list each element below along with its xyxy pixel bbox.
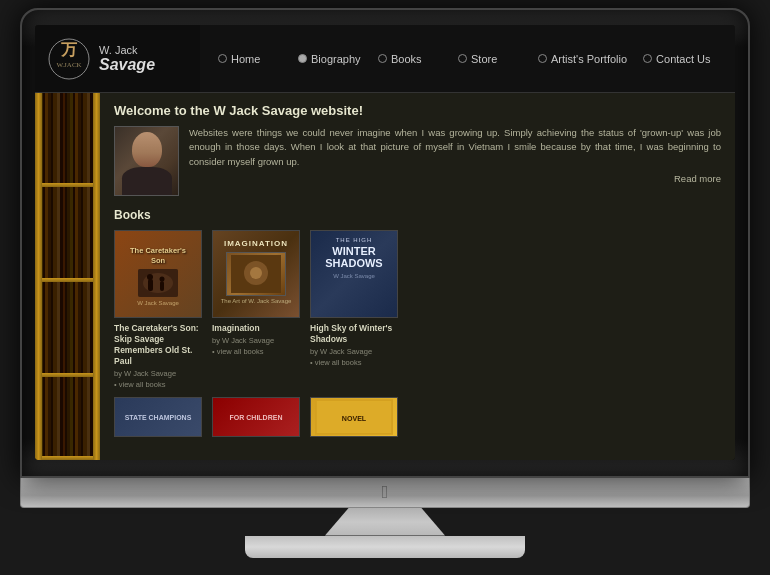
imac-chin:  <box>20 478 750 508</box>
welcome-title: Welcome to the W Jack Savage website! <box>114 103 721 118</box>
site-nav: Home Biography Books Store <box>200 25 735 92</box>
author-body <box>122 167 172 195</box>
shelf-board-1 <box>35 183 100 187</box>
site-content: Welcome to the W Jack Savage website! We… <box>100 93 735 460</box>
welcome-text-block: Websites were things we could never imag… <box>189 126 721 196</box>
book1-cover-title: The Caretaker'sSon <box>126 242 190 270</box>
book2-author: by W Jack Savage <box>212 336 300 345</box>
books-grid: The Caretaker'sSon <box>114 230 721 389</box>
book2-cover-img <box>226 252 286 296</box>
shelf-board-3 <box>35 373 100 377</box>
bookshelf-sidebar <box>35 93 100 460</box>
book3-author: by W Jack Savage <box>310 347 398 356</box>
book3-cover-top: THE HIGH <box>336 237 373 243</box>
logo-name: W. Jack <box>99 44 155 56</box>
book2-cover-subtitle: The Art of W. Jack Savage <box>221 298 292 304</box>
shelf-board-2 <box>35 278 100 282</box>
site-header: 万 W.JACK W. Jack Savage Home <box>35 25 735 93</box>
book2-cover-title: IMAGINATION <box>224 239 288 248</box>
book1-cover-author: W Jack Savage <box>137 300 179 306</box>
book1-title: The Caretaker's Son: Skip Savage Remembe… <box>114 323 202 367</box>
book1-cover-figure <box>138 269 178 297</box>
book3-title: High Sky of Winter's Shadows <box>310 323 398 345</box>
nav-radio-books <box>378 54 387 63</box>
book-cover-2: IMAGINATION The A <box>212 230 300 318</box>
nav-radio-store <box>458 54 467 63</box>
nav-radio-biography <box>298 54 307 63</box>
bookshelf-books-bg <box>35 93 100 460</box>
imac-neck <box>325 508 445 536</box>
author-face <box>132 132 162 167</box>
more-books-row: STATE CHAMPIONS FOR CHILDREN NOVE <box>114 397 721 437</box>
site-main: Welcome to the W Jack Savage website! We… <box>35 93 735 460</box>
welcome-section: Welcome to the W Jack Savage website! We… <box>114 103 721 196</box>
nav-contact[interactable]: Contact Us <box>635 50 718 68</box>
site-logo-area: 万 W.JACK W. Jack Savage <box>35 25 200 92</box>
svg-rect-5 <box>148 279 153 291</box>
book2-link[interactable]: • view all books <box>212 347 300 356</box>
logo-surname: Savage <box>99 56 155 74</box>
nav-books[interactable]: Books <box>370 50 450 68</box>
imac-computer: 万 W.JACK W. Jack Savage Home <box>5 8 765 568</box>
website: 万 W.JACK W. Jack Savage Home <box>35 25 735 460</box>
nav-portfolio[interactable]: Artist's Portfolio <box>530 50 635 68</box>
nav-store[interactable]: Store <box>450 50 530 68</box>
read-more-link[interactable]: Read more <box>189 173 721 184</box>
apple-logo-icon:  <box>382 483 389 501</box>
svg-text:万: 万 <box>60 41 78 58</box>
book1-link[interactable]: • view all books <box>114 380 202 389</box>
svg-rect-7 <box>160 281 164 291</box>
more-book-3: NOVEL <box>310 397 398 437</box>
imac-base <box>245 536 525 558</box>
author-photo <box>114 126 179 196</box>
more-book-1: STATE CHAMPIONS <box>114 397 202 437</box>
book-item-2: IMAGINATION The A <box>212 230 300 389</box>
book-item-1: The Caretaker'sSon <box>114 230 202 389</box>
imac-screen-bezel: 万 W.JACK W. Jack Savage Home <box>35 25 735 460</box>
shelf-left-side <box>35 93 42 460</box>
svg-point-6 <box>147 274 153 280</box>
book3-cover-main: WINTERSHADOWS <box>325 245 382 269</box>
shelf-board-4 <box>35 456 100 460</box>
svg-point-8 <box>160 277 165 282</box>
nav-radio-contact <box>643 54 652 63</box>
welcome-content: Websites were things we could never imag… <box>114 126 721 196</box>
book-item-3: THE HIGH WINTERSHADOWS W Jack Savage Hig… <box>310 230 398 389</box>
imac-screen-outer: 万 W.JACK W. Jack Savage Home <box>20 8 750 478</box>
book3-link[interactable]: • view all books <box>310 358 398 367</box>
svg-text:NOVEL: NOVEL <box>342 415 367 423</box>
books-section: Books The Caretaker'sSon <box>114 208 721 437</box>
book-cover-3: THE HIGH WINTERSHADOWS W Jack Savage <box>310 230 398 318</box>
book1-author: by W Jack Savage <box>114 369 202 378</box>
more-book-2: FOR CHILDREN <box>212 397 300 437</box>
nav-radio-home <box>218 54 227 63</box>
shelf-right-side <box>93 93 100 460</box>
svg-text:W.JACK: W.JACK <box>56 61 81 69</box>
welcome-body: Websites were things we could never imag… <box>189 126 721 169</box>
nav-biography[interactable]: Biography <box>290 50 370 68</box>
site-logo-icon: 万 W.JACK <box>47 37 91 81</box>
book2-title: Imagination <box>212 323 300 334</box>
svg-point-11 <box>250 267 262 279</box>
book3-author-cover: W Jack Savage <box>333 273 375 279</box>
nav-radio-portfolio <box>538 54 547 63</box>
nav-home[interactable]: Home <box>210 50 290 68</box>
logo-text: W. Jack Savage <box>99 44 155 74</box>
books-section-title: Books <box>114 208 721 222</box>
book-cover-1: The Caretaker'sSon <box>114 230 202 318</box>
